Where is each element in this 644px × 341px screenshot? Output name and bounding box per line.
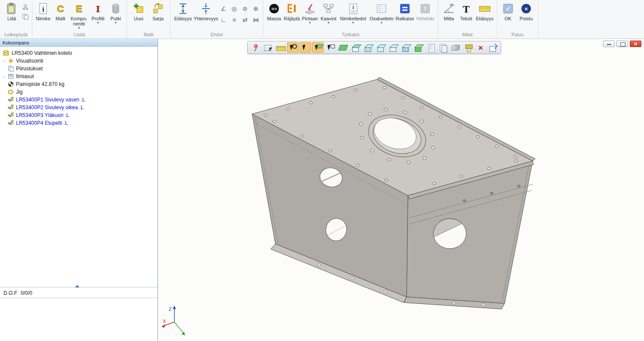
poistu-label: Poistu — [520, 16, 533, 21]
select-arrow-icon[interactable] — [300, 42, 311, 53]
sheet-list-icon[interactable] — [425, 42, 436, 53]
select-face-icon[interactable] — [312, 42, 324, 53]
expand-arrow-icon[interactable]: ▷ — [2, 75, 7, 79]
panel-title: Kokoonpano — [0, 39, 158, 47]
splitter-handle[interactable] — [75, 285, 79, 287]
dropdown-caret: ▾ — [352, 21, 354, 25]
malli-button[interactable]: C Malli — [52, 1, 69, 22]
pin-icon[interactable] — [249, 42, 261, 53]
tree-item-ilmiasut[interactable]: ▷ Ilmiasut — [0, 73, 158, 80]
ribbon-group-malli: Uusi Sarja Malli — [127, 0, 170, 38]
diagrams-icon — [323, 2, 334, 16]
etaisyys2-label: Etäisyys — [476, 16, 494, 21]
face-green-icon[interactable] — [337, 42, 349, 53]
ratkaise-button[interactable]: Ratkaise — [395, 1, 415, 22]
svg-text:E: E — [76, 3, 82, 14]
etaisyys-mitta-button[interactable]: Etäisyys — [475, 1, 495, 22]
sun-icon — [7, 58, 14, 64]
sarja-button[interactable]: Sarja — [148, 1, 168, 22]
part-icon — [7, 120, 14, 126]
tree-item-part-p2[interactable]: LR53400P2 Sivulevy oikea .L — [0, 104, 158, 111]
cube-shaded-icon[interactable] — [400, 42, 411, 53]
explode-icon — [286, 2, 297, 16]
teksti-button[interactable]: T Teksti — [458, 1, 475, 22]
poistu-button[interactable]: × Poistu — [517, 1, 536, 22]
group-caption-malli: Malli — [129, 32, 168, 38]
ok-label: OK — [505, 16, 511, 21]
tree-item-jig[interactable]: Jig — [0, 88, 158, 96]
maximize-button[interactable] — [616, 41, 628, 47]
tree-item-label: LR53400P2 Sivulevy oikea .L — [16, 104, 84, 111]
massa-button[interactable]: 10.0 Massa — [265, 1, 283, 22]
drag-frame-icon[interactable] — [262, 42, 274, 53]
cube-front-icon[interactable] — [362, 42, 374, 53]
select-point-icon[interactable] — [287, 42, 299, 53]
cube-iso-icon[interactable] — [387, 42, 399, 53]
close-button[interactable] — [630, 41, 641, 47]
tree-item-part-p3[interactable]: LR53400P3 Yläkuori .L — [0, 111, 158, 119]
right-face-hole[interactable] — [433, 218, 466, 249]
delete-icon[interactable] — [475, 42, 486, 53]
dimension-icon: 45 — [443, 2, 455, 16]
nimiketiedot-button[interactable]: i Nimiketiedot ▾ — [338, 1, 368, 25]
equal-constraint-icon[interactable]: ⇄ — [240, 15, 250, 25]
pintaan-button[interactable]: Pintaan ▾ — [301, 1, 319, 25]
dropdown-caret: ▾ — [328, 21, 329, 25]
tree-item-root[interactable]: LR53400 Vaihtimen kotelo — [0, 49, 158, 57]
virheloki-button[interactable]: ! Virheloki — [415, 1, 436, 22]
kaaviot-button[interactable]: Kaaviot ▾ — [319, 1, 338, 25]
symmetry-constraint-icon[interactable]: ⊛ — [251, 3, 261, 14]
tree-item-label: LR53400P4 Etupelti .L — [16, 120, 68, 126]
3d-model-canvas[interactable]: Z X — [158, 39, 644, 341]
tangent-constraint-icon[interactable]: ⊘ — [240, 3, 250, 14]
component-e-icon: E — [74, 2, 84, 16]
sheet-copy-icon[interactable] — [437, 42, 449, 53]
profile-i-icon: I — [93, 2, 103, 16]
ribbon: Liitä Leikepöytä i Nimike C Malli — [0, 0, 644, 39]
group-caption-tyokalut: Työkalut — [265, 32, 436, 38]
komponentti-button[interactable]: E Kompo-nentti ▾ — [69, 1, 89, 31]
stamp-icon[interactable] — [462, 42, 474, 53]
paste-button[interactable]: Liitä — [2, 1, 21, 22]
group-caption-ehdot: Ehdot — [173, 32, 261, 38]
3d-viewport[interactable]: Z X — [158, 39, 644, 341]
tree-item-part-p4[interactable]: LR53400P4 Etupelti .L — [0, 119, 158, 127]
y-axis-arrow — [182, 332, 186, 336]
tree-item-piirustukset[interactable]: Piirustukset — [0, 65, 158, 73]
measure-icon[interactable] — [275, 42, 286, 53]
copy-button[interactable] — [21, 13, 30, 21]
clipboard-icon — [6, 2, 17, 16]
cube-top-icon[interactable] — [350, 42, 361, 53]
coordinate-axes: Z X — [161, 306, 185, 335]
cube-side-icon[interactable] — [375, 42, 386, 53]
parallel-constraint-icon[interactable]: ≡ — [229, 15, 239, 25]
x-axis-label: X — [163, 319, 166, 324]
tree-item-visualisointi[interactable]: ▷ Visualisointi — [0, 57, 158, 65]
mitta-button[interactable]: 45 Mitta — [440, 1, 458, 22]
export-icon[interactable] — [487, 42, 499, 53]
osaluettelo-button[interactable]: Osaluettelo ▾ — [368, 1, 395, 25]
tree-item-painopiste[interactable]: Painopiste 42.870 kg — [0, 80, 158, 88]
concentric-constraint-icon[interactable]: ◎ — [229, 3, 239, 14]
expand-arrow-icon[interactable]: ▷ — [2, 59, 7, 63]
cross-constraint-icon[interactable]: ⋈ — [251, 15, 261, 25]
surface-icon[interactable] — [450, 42, 461, 53]
uusi-button[interactable]: Uusi — [129, 1, 148, 22]
nimike-button[interactable]: i Nimike — [35, 1, 52, 22]
ok-button[interactable]: ✓ OK — [499, 1, 517, 22]
perpendicular-constraint-icon[interactable]: ∟ — [218, 15, 228, 25]
group-caption-lisaa: Lisää — [35, 32, 124, 38]
tree-item-part-p1[interactable]: LR53400P1 Sivulevy vasen .L — [0, 96, 158, 104]
cut-button[interactable] — [21, 3, 30, 11]
select-element-icon[interactable] — [325, 42, 336, 53]
angle-constraint-icon[interactable]: ∠ — [218, 3, 228, 14]
parts-list-icon — [376, 2, 387, 16]
putki-button[interactable]: Putki ▾ — [107, 1, 124, 25]
minimize-button[interactable] — [603, 41, 615, 47]
etaisyys-ehto-button[interactable]: Etäisyys — [173, 1, 193, 22]
tree-item-label: LR53400P3 Yläkuori .L — [16, 112, 69, 118]
rajayta-button[interactable]: Räjäytä — [283, 1, 301, 22]
profiili-button[interactable]: I Profiili ▾ — [89, 1, 107, 25]
yhtenevyys-button[interactable]: Yhtenevyys — [193, 1, 218, 22]
cube-green-icon[interactable] — [412, 42, 424, 53]
